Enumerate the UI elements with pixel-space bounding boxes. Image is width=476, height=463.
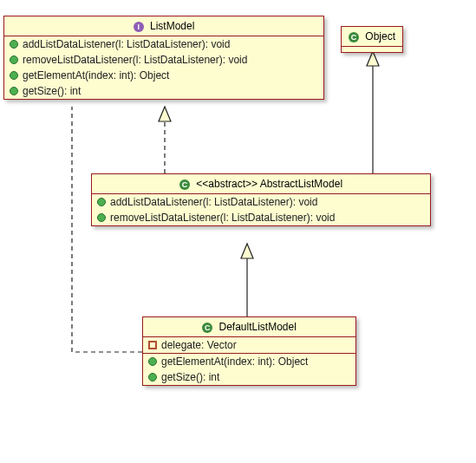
visibility-private-icon bbox=[148, 341, 157, 349]
class-box-object: C Object bbox=[341, 26, 403, 53]
class-name: ListModel bbox=[150, 20, 194, 32]
class-name: Object bbox=[365, 30, 395, 42]
method-row: getElementAt(index: int): Object bbox=[4, 68, 323, 83]
class-box-defaultlistmodel: C DefaultListModel delegate: Vector getE… bbox=[142, 316, 356, 386]
class-icon: C bbox=[202, 323, 212, 333]
class-box-abstractlistmodel: C <<abstract>> AbstractListModel addList… bbox=[91, 173, 431, 226]
methods-section: addListDataListener(l: ListDataListener)… bbox=[4, 36, 323, 99]
visibility-public-icon bbox=[10, 87, 18, 95]
method-row: getElementAt(index: int): Object bbox=[143, 354, 355, 369]
class-title: C <<abstract>> AbstractListModel bbox=[92, 174, 430, 194]
method-row: removeListDataListener(l: ListDataListen… bbox=[4, 52, 323, 68]
visibility-public-icon bbox=[97, 198, 106, 206]
class-stereotype: <<abstract>> bbox=[196, 178, 258, 190]
class-icon: C bbox=[349, 32, 359, 42]
class-name: AbstractListModel bbox=[260, 178, 342, 190]
method-signature: getElementAt(index: int): Object bbox=[23, 69, 169, 82]
class-icon: C bbox=[179, 179, 190, 190]
method-signature: removeListDataListener(l: ListDataListen… bbox=[110, 212, 335, 224]
field-row: delegate: Vector bbox=[143, 337, 355, 353]
method-row: getSize(): int bbox=[143, 369, 355, 385]
class-name: DefaultListModel bbox=[218, 321, 296, 333]
visibility-public-icon bbox=[148, 373, 157, 381]
method-signature: getSize(): int bbox=[23, 85, 81, 97]
interface-icon: I bbox=[134, 22, 144, 32]
visibility-public-icon bbox=[10, 55, 18, 64]
method-row: removeListDataListener(l: ListDataListen… bbox=[92, 210, 430, 225]
visibility-public-icon bbox=[10, 71, 18, 80]
method-signature: getSize(): int bbox=[161, 371, 219, 383]
visibility-public-icon bbox=[10, 40, 18, 49]
class-title: C DefaultListModel bbox=[143, 317, 355, 337]
class-title: I ListModel bbox=[4, 16, 323, 36]
method-row: addListDataListener(l: ListDataListener)… bbox=[92, 194, 430, 210]
method-row: addListDataListener(l: ListDataListener)… bbox=[4, 36, 323, 52]
method-row: getSize(): int bbox=[4, 83, 323, 99]
method-signature: addListDataListener(l: ListDataListener)… bbox=[110, 196, 317, 208]
svg-marker-1 bbox=[159, 107, 171, 121]
methods-section: getElementAt(index: int): Object getSize… bbox=[143, 354, 355, 385]
method-signature: removeListDataListener(l: ListDataListen… bbox=[23, 54, 247, 66]
svg-marker-5 bbox=[241, 244, 253, 258]
empty-section bbox=[342, 47, 402, 52]
visibility-public-icon bbox=[97, 213, 106, 222]
method-signature: addListDataListener(l: ListDataListener)… bbox=[23, 38, 230, 50]
class-box-listmodel: I ListModel addListDataListener(l: ListD… bbox=[3, 16, 324, 100]
field-signature: delegate: Vector bbox=[161, 339, 237, 351]
fields-section: delegate: Vector bbox=[143, 337, 355, 354]
methods-section: addListDataListener(l: ListDataListener)… bbox=[92, 194, 430, 225]
class-title: C Object bbox=[342, 27, 402, 47]
visibility-public-icon bbox=[148, 357, 157, 366]
method-signature: getElementAt(index: int): Object bbox=[161, 355, 308, 368]
svg-marker-3 bbox=[367, 51, 379, 66]
